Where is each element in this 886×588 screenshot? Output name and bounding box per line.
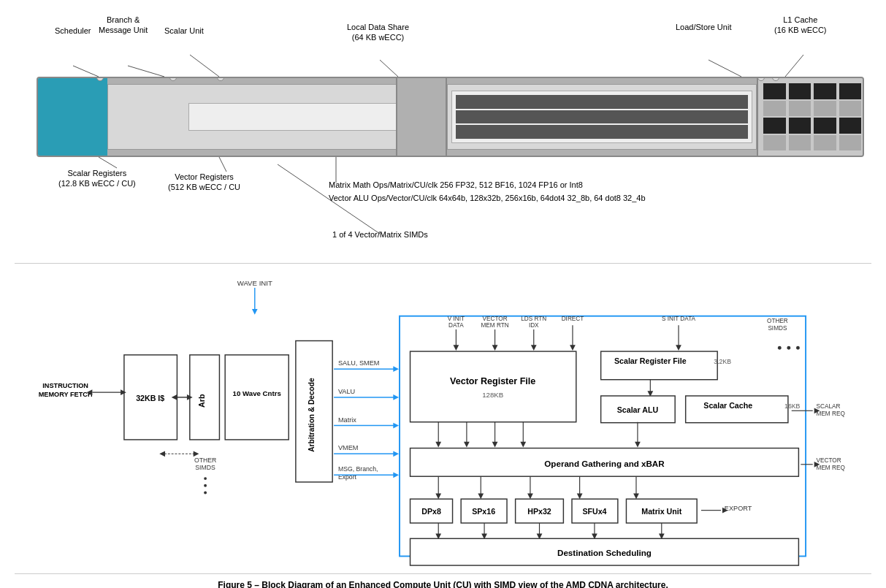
matrix-math-label: Matrix Math Ops/Matrix/CU/clk 256 FP32, … — [329, 179, 646, 205]
scalar-regs-label: Scalar Registers(12.8 KB wECC / CU) — [58, 168, 136, 189]
svg-line-4 — [709, 60, 741, 77]
svg-rect-141 — [410, 538, 799, 565]
svg-text:Arb: Arb — [197, 394, 206, 408]
wave-init-text: WAVE INIT — [237, 279, 272, 287]
svg-rect-75 — [410, 351, 576, 422]
svg-line-7 — [219, 157, 226, 172]
svg-text:128KB: 128KB — [482, 391, 503, 399]
svg-marker-11 — [252, 309, 258, 315]
svg-marker-35 — [393, 423, 399, 429]
vector-alu-text: Vector ALU Ops/Vector/CU/clk 64x64b, 128… — [329, 192, 646, 205]
chip-cell — [814, 135, 836, 151]
svg-text:SALU, SMEM: SALU, SMEM — [338, 359, 380, 367]
svg-marker-63 — [531, 345, 537, 351]
svg-text:EXPORT: EXPORT — [725, 505, 752, 512]
svg-text:3.2KB: 3.2KB — [714, 358, 731, 365]
svg-text:V INIT: V INIT — [448, 316, 465, 322]
svg-text:SIMDS: SIMDS — [768, 325, 787, 332]
svg-marker-47 — [194, 451, 199, 457]
svg-text:SCALAR: SCALAR — [817, 403, 841, 410]
svg-text:VALU: VALU — [338, 388, 355, 395]
svg-rect-83 — [601, 396, 676, 423]
svg-marker-113 — [527, 493, 533, 499]
chip-row-2-3 — [456, 125, 748, 139]
svg-rect-102 — [410, 448, 799, 477]
chip-cell — [763, 135, 786, 151]
svg-marker-111 — [478, 493, 484, 499]
svg-line-1 — [128, 66, 164, 77]
connector-dot-2 — [169, 77, 177, 81]
svg-text:32KB I$: 32KB I$ — [136, 394, 164, 402]
chip-cell — [814, 101, 836, 117]
svg-text:SPx16: SPx16 — [472, 507, 495, 516]
svg-point-50 — [204, 492, 207, 495]
chip-cell — [789, 135, 811, 151]
svg-marker-117 — [633, 493, 639, 499]
svg-text:Matrix: Matrix — [338, 416, 356, 424]
svg-point-74 — [796, 346, 800, 350]
svg-text:Operand Gathering and xBAR: Operand Gathering and xBAR — [544, 459, 665, 468]
chip-col-1 — [762, 82, 787, 152]
svg-marker-132 — [435, 534, 441, 540]
svg-marker-136 — [537, 534, 543, 540]
chip-rows-2 — [456, 95, 748, 139]
svg-text:MEM RTN: MEM RTN — [481, 322, 509, 329]
chip-col-4 — [838, 82, 863, 152]
svg-text:IDX: IDX — [529, 322, 539, 329]
chip-cell — [763, 118, 786, 134]
svg-marker-115 — [577, 493, 583, 499]
svg-marker-66 — [570, 345, 576, 351]
svg-text:VMEM: VMEM — [338, 444, 359, 451]
l1-cache-label: L1 Cache(16 KB wECC) — [774, 15, 827, 36]
svg-marker-42 — [393, 472, 399, 478]
svg-marker-16 — [87, 389, 93, 395]
svg-marker-107 — [814, 462, 820, 467]
chip-right-section — [757, 78, 863, 156]
svg-line-5 — [785, 55, 803, 77]
svg-marker-32 — [393, 394, 399, 400]
svg-text:DIRECT: DIRECT — [562, 316, 584, 322]
svg-marker-138 — [592, 534, 597, 540]
chip-right-inner — [762, 82, 863, 152]
svg-rect-124 — [572, 499, 618, 523]
svg-marker-101 — [635, 442, 641, 448]
svg-line-6 — [99, 157, 117, 168]
chip-cell — [839, 118, 862, 134]
svg-text:MEM REQ: MEM REQ — [817, 465, 845, 471]
svg-text:Vector Register File: Vector Register File — [450, 377, 535, 387]
svg-rect-18 — [190, 355, 220, 440]
chip-cell — [763, 101, 786, 117]
svg-point-49 — [204, 484, 207, 487]
figure-caption: Figure 5 – Block Diagram of an Enhanced … — [15, 573, 871, 588]
icache-box-rect — [124, 355, 177, 440]
block-diagram-svg: WAVE INIT 32KB I$ INSTRUCTION MEMORY FET… — [15, 264, 871, 570]
svg-line-3 — [380, 60, 398, 77]
svg-rect-85 — [686, 396, 788, 423]
chip-row-2-1 — [456, 95, 748, 109]
svg-marker-22 — [187, 394, 193, 400]
svg-rect-25 — [296, 341, 332, 482]
svg-text:DATA: DATA — [448, 322, 464, 329]
matrix-math-text: Matrix Math Ops/Matrix/CU/clk 256 FP32, … — [329, 179, 646, 192]
chip-col-2 — [787, 82, 813, 152]
svg-marker-134 — [481, 534, 487, 540]
chip-white-2 — [451, 91, 752, 143]
chip-cell — [789, 101, 811, 117]
svg-marker-93 — [435, 442, 441, 448]
chip-cell — [839, 83, 862, 99]
svg-marker-69 — [676, 345, 681, 351]
svg-text:VECTOR: VECTOR — [817, 457, 841, 464]
svg-text:MSG, Branch,: MSG, Branch, — [338, 465, 378, 473]
svg-text:S INIT DATA: S INIT DATA — [662, 316, 696, 322]
svg-text:Arbitration & Decode: Arbitration & Decode — [308, 378, 316, 452]
svg-text:10 Wave Cntrs: 10 Wave Cntrs — [233, 389, 281, 397]
svg-marker-59 — [492, 345, 498, 351]
svg-text:LDS RTN: LDS RTN — [521, 316, 546, 322]
svg-marker-140 — [659, 534, 665, 540]
svg-line-0 — [73, 66, 99, 77]
chip-cell — [789, 83, 811, 99]
svg-rect-122 — [516, 499, 564, 523]
svg-marker-99 — [520, 442, 526, 448]
main-container: Scheduler Branch &Message Unit Scalar Un… — [0, 0, 886, 588]
svg-text:DPx8: DPx8 — [421, 507, 441, 516]
